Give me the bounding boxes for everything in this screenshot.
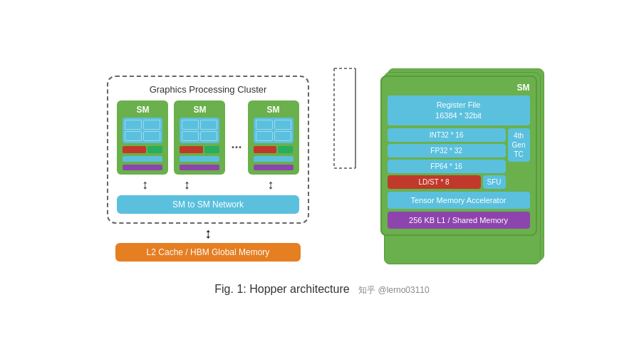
sm-blue-3 xyxy=(254,156,294,162)
sm-red-1 xyxy=(123,146,145,153)
sm-cell xyxy=(143,131,160,141)
sm-block-3: SM xyxy=(248,100,299,175)
op-left: INT32 * 16 FP32 * 32 FP64 * 16 LD/ST * 8… xyxy=(388,128,506,189)
sm-cell xyxy=(200,131,217,141)
sm-purple-2 xyxy=(180,165,219,170)
tc-block: 4th Gen TC xyxy=(508,128,530,162)
sm-red-3 xyxy=(254,146,276,153)
connector xyxy=(331,47,359,190)
sm-cell xyxy=(182,131,199,141)
sm-red-green-1 xyxy=(123,146,162,153)
watermark: 知乎 @lerno03110 xyxy=(358,285,430,295)
register-file-line2: 16384 * 32bit xyxy=(392,110,526,121)
caption-text: Fig. 1: Hopper architecture xyxy=(214,283,349,295)
sm-red-2 xyxy=(180,146,202,153)
connector-svg xyxy=(331,47,359,190)
sm-cell xyxy=(125,131,142,141)
sm-row: SM SM xyxy=(117,100,298,175)
figure-caption: Fig. 1: Hopper architecture 知乎 @lerno031… xyxy=(214,283,429,296)
tc-line1: 4th xyxy=(512,131,526,140)
gpc-diagram: Graphics Processing Cluster SM xyxy=(107,76,308,262)
sm-green-1 xyxy=(147,146,162,153)
tma-block: Tensor Memory Accelerator xyxy=(388,192,530,209)
fp32-op: FP32 * 32 xyxy=(388,144,506,157)
ops-grid: INT32 * 16 FP32 * 32 FP64 * 16 LD/ST * 8… xyxy=(388,128,530,189)
sm-blue-2 xyxy=(180,156,219,162)
sm-inner-2 xyxy=(180,118,219,143)
sm-label-1: SM xyxy=(136,105,149,115)
ld-st-op: LD/ST * 8 xyxy=(388,175,481,189)
sm-block-2: SM xyxy=(174,100,225,175)
tc-line3: TC xyxy=(512,150,526,159)
tc-sfu: 4th Gen TC xyxy=(508,128,530,189)
sm-detail-outer: SM Register File 16384 * 32bit INT32 * 1… xyxy=(380,76,537,237)
sm-detail-header: SM xyxy=(388,83,530,93)
sm-red-green-2 xyxy=(180,146,219,153)
sm-green-3 xyxy=(278,146,293,153)
sm-block-1: SM xyxy=(117,100,168,175)
arrow-3: ↕ xyxy=(268,177,274,192)
fp64-op: FP64 * 16 xyxy=(388,160,506,173)
l2-cache: L2 Cache / HBM Global Memory xyxy=(115,243,301,262)
register-file: Register File 16384 * 32bit xyxy=(388,95,530,126)
sfu-block-inline: SFU xyxy=(483,175,506,189)
sm-cell xyxy=(200,120,217,130)
arrow-2: ↕ xyxy=(184,177,190,192)
sm-blue-1 xyxy=(123,156,162,162)
sm-cell xyxy=(143,120,160,130)
int32-op: INT32 * 16 xyxy=(388,128,506,142)
sm-cell xyxy=(182,120,199,130)
shared-mem: 256 KB L1 / Shared Memory xyxy=(388,212,530,229)
sm-cell xyxy=(125,120,142,130)
sm-purple-3 xyxy=(254,165,294,170)
sm-label-3: SM xyxy=(267,105,280,115)
sm-label-2: SM xyxy=(193,105,206,115)
gpc-container: Graphics Processing Cluster SM xyxy=(107,76,308,224)
sm-cell xyxy=(256,120,273,130)
sm-cell xyxy=(274,131,291,141)
dots-label: ... xyxy=(231,123,242,152)
sm-purple-1 xyxy=(123,165,162,170)
ld-sfu-row: LD/ST * 8 SFU xyxy=(388,175,506,189)
sm-inner-1 xyxy=(123,118,162,143)
sm-cell xyxy=(274,120,291,130)
sm-green-2 xyxy=(204,146,219,153)
gpc-label: Graphics Processing Cluster xyxy=(117,84,298,95)
sm-inner-3 xyxy=(254,118,294,143)
main-container: Graphics Processing Cluster SM xyxy=(0,61,644,276)
arrow-1: ↕ xyxy=(142,177,148,192)
sm-cell xyxy=(256,131,273,141)
sm-detail-main: SM Register File 16384 * 32bit INT32 * 1… xyxy=(380,76,537,237)
arrows-row: ↕ ↕ ↕ ↕ xyxy=(117,175,298,192)
sm-network: SM to SM Network xyxy=(117,195,298,214)
register-file-line1: Register File xyxy=(392,100,526,110)
big-arrow-down: ↕ xyxy=(204,225,212,242)
tc-line2: Gen xyxy=(512,140,526,150)
sm-red-green-3 xyxy=(254,146,294,153)
